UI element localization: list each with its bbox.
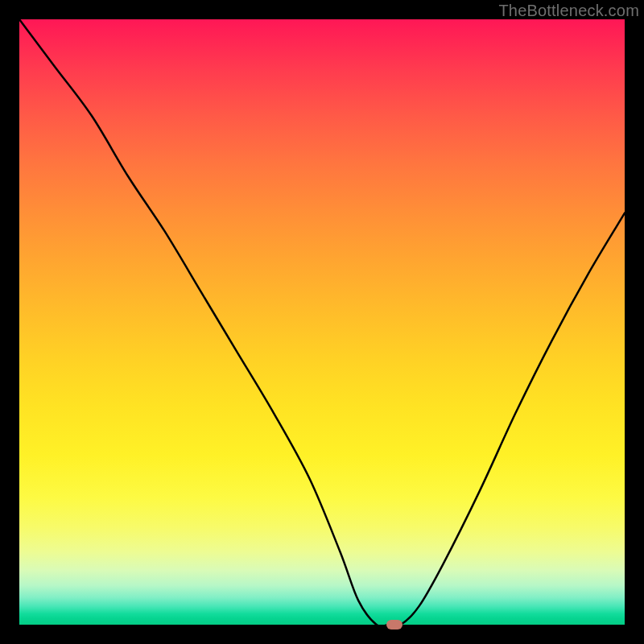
watermark: TheBottleneck.com	[498, 2, 639, 20]
bottleneck-curve	[19, 19, 625, 626]
optimum-marker	[386, 620, 402, 630]
curve-svg	[19, 19, 625, 625]
plot-area	[19, 19, 625, 625]
chart-container: TheBottleneck.com	[0, 0, 644, 644]
